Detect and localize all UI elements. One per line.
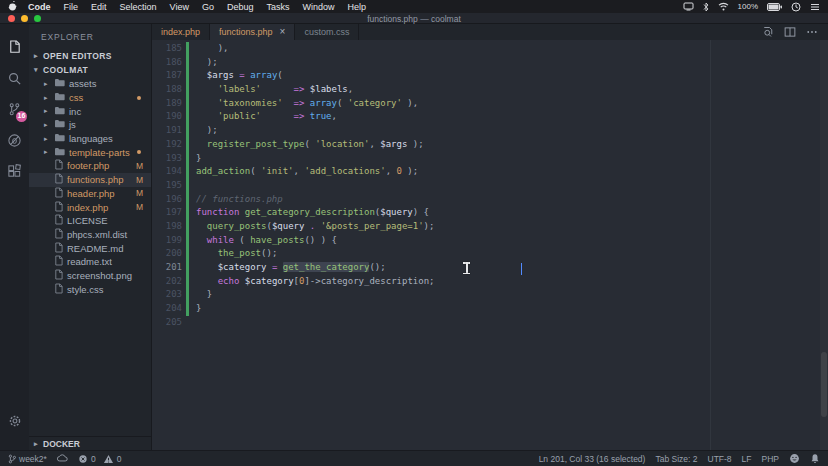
tree-item-README.md[interactable]: README.md [29, 241, 151, 255]
git-modified-badge: M [136, 188, 143, 198]
code-line-199[interactable]: 199 while ( have_posts() ) { [152, 234, 828, 248]
tree-item-template-parts[interactable]: ▸template-parts [29, 145, 151, 159]
line-content: $args = array( [189, 69, 283, 83]
docker-section[interactable]: ▸ DOCKER [29, 436, 151, 450]
tree-item-screenshot.png[interactable]: screenshot.png [29, 269, 151, 283]
code-line-198[interactable]: 198 query_posts($query . '&posts_per_pag… [152, 220, 828, 234]
code-line-202[interactable]: 202 echo $category[0]->category_descript… [152, 275, 828, 289]
menu-selection[interactable]: Selection [120, 2, 157, 12]
code-line-185[interactable]: 185 ), [152, 42, 828, 56]
line-number: 186 [152, 56, 182, 70]
notification-center-icon[interactable] [810, 3, 820, 11]
bluetooth-icon[interactable] [703, 2, 709, 12]
tree-item-readme.txt[interactable]: readme.txt [29, 255, 151, 269]
menu-code[interactable]: Code [28, 2, 51, 12]
file-icon [54, 255, 67, 268]
line-number: 205 [152, 316, 182, 330]
menu-window[interactable]: Window [302, 2, 334, 12]
control-center-icon[interactable] [791, 2, 801, 12]
source-control-icon[interactable]: 16 [0, 94, 29, 125]
debug-icon[interactable] [0, 125, 29, 156]
code-line-201[interactable]: 201 $category = get_the_category(); [152, 261, 828, 275]
code-line-204[interactable]: 204} [152, 302, 828, 316]
sync-icon[interactable] [57, 454, 68, 464]
problems-indicator[interactable]: 0 0 [78, 454, 121, 464]
battery-icon[interactable] [767, 3, 782, 11]
code-line-188[interactable]: 188 'labels' => $labels, [152, 83, 828, 97]
editor-scrollbar[interactable] [820, 40, 828, 450]
code-line-194[interactable]: 194add_action( 'init', 'add_locations', … [152, 165, 828, 179]
settings-gear-icon[interactable] [0, 405, 29, 436]
code-line-186[interactable]: 186 ); [152, 56, 828, 70]
menu-file[interactable]: File [64, 2, 79, 12]
tab-functions.php[interactable]: functions.php× [210, 24, 295, 40]
tree-item-header.php[interactable]: header.phpM [29, 187, 151, 201]
tree-item-css[interactable]: ▸css [29, 91, 151, 105]
split-editor-icon[interactable] [784, 26, 796, 38]
tree-item-js[interactable]: ▸js [29, 118, 151, 132]
code-line-195[interactable]: 195 [152, 179, 828, 193]
open-changes-icon[interactable] [762, 26, 774, 38]
more-actions-icon[interactable] [806, 26, 818, 38]
workspace-section[interactable]: ▾ COOLMAT [29, 63, 151, 77]
code-line-189[interactable]: 189 'taxonomies' => array( 'category' ), [152, 97, 828, 111]
menu-view[interactable]: View [170, 2, 189, 12]
search-icon[interactable] [0, 63, 29, 94]
feedback-smiley-icon[interactable] [789, 453, 800, 464]
item-name: inc [69, 106, 81, 117]
extensions-icon[interactable] [0, 156, 29, 187]
window-title-bar[interactable]: functions.php — coolmat [0, 13, 828, 24]
code-line-187[interactable]: 187 $args = array( [152, 69, 828, 83]
apple-menu-icon[interactable] [8, 1, 17, 13]
language-mode[interactable]: PHP [762, 454, 779, 464]
code-line-196[interactable]: 196// functions.php [152, 193, 828, 207]
tree-item-footer.php[interactable]: footer.phpM [29, 159, 151, 173]
line-content: 'public' => true, [189, 110, 337, 124]
code-line-192[interactable]: 192 register_post_type( 'location', $arg… [152, 138, 828, 152]
menu-debug[interactable]: Debug [227, 2, 254, 12]
tab-custom.css[interactable]: custom.css [295, 24, 359, 40]
notifications-bell-icon[interactable] [810, 453, 820, 464]
code-line-205[interactable]: 205 [152, 316, 828, 330]
code-line-190[interactable]: 190 'public' => true, [152, 110, 828, 124]
item-name: footer.php [67, 160, 109, 171]
tree-item-assets[interactable]: ▸assets [29, 77, 151, 91]
code-line-193[interactable]: 193} [152, 152, 828, 166]
line-content: function get_category_description($query… [189, 206, 429, 220]
workspace-label: COOLMAT [43, 65, 88, 75]
line-content [189, 179, 196, 193]
tree-item-phpcs.xml.dist[interactable]: phpcs.xml.dist [29, 228, 151, 242]
chevron-right-icon: ▸ [34, 440, 43, 448]
tree-item-inc[interactable]: ▸inc [29, 104, 151, 118]
code-editor[interactable]: 185 ),186 );187 $args = array(188 'label… [152, 40, 828, 450]
tree-item-LICENSE[interactable]: LICENSE [29, 214, 151, 228]
code-line-200[interactable]: 200 the_post(); [152, 247, 828, 261]
menu-edit[interactable]: Edit [91, 2, 107, 12]
line-number: 190 [152, 110, 182, 124]
tab-size-indicator[interactable]: Tab Size: 2 [655, 454, 697, 464]
menu-tasks[interactable]: Tasks [266, 2, 289, 12]
menu-go[interactable]: Go [202, 2, 214, 12]
vscode-window: CodeFileEditSelectionViewGoDebugTasksWin… [0, 0, 828, 466]
close-tab-icon[interactable]: × [280, 27, 286, 37]
menu-items: CodeFileEditSelectionViewGoDebugTasksWin… [28, 2, 379, 12]
explorer-icon[interactable] [0, 32, 29, 63]
git-branch-indicator[interactable]: week2* [8, 454, 47, 464]
open-editors-section[interactable]: ▸ OPEN EDITORS [29, 49, 151, 63]
menu-help[interactable]: Help [348, 2, 367, 12]
code-line-203[interactable]: 203 } [152, 288, 828, 302]
display-icon[interactable] [683, 2, 694, 11]
line-content: register_post_type( 'location', $args ); [189, 138, 424, 152]
wifi-icon[interactable] [718, 2, 729, 11]
code-line-191[interactable]: 191 ); [152, 124, 828, 138]
cursor-position[interactable]: Ln 201, Col 33 (16 selected) [539, 454, 646, 464]
eol-indicator[interactable]: LF [742, 454, 752, 464]
tree-item-functions.php[interactable]: functions.phpM [29, 173, 151, 187]
encoding-indicator[interactable]: UTF-8 [708, 454, 732, 464]
scrollbar-thumb[interactable] [821, 352, 827, 418]
code-line-197[interactable]: 197function get_category_description($qu… [152, 206, 828, 220]
tab-index.php[interactable]: index.php [152, 24, 210, 40]
tree-item-languages[interactable]: ▸languages [29, 132, 151, 146]
tree-item-index.php[interactable]: index.phpM [29, 200, 151, 214]
tree-item-style.css[interactable]: style.css [29, 282, 151, 296]
